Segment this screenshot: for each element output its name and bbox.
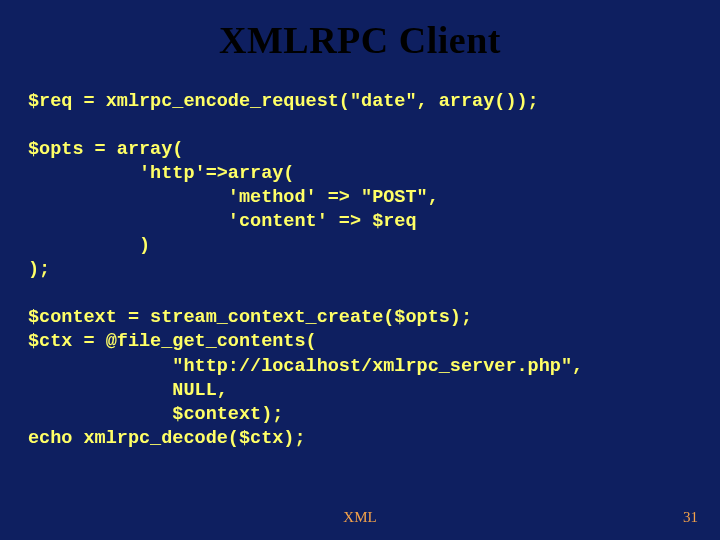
slide-title: XMLRPC Client — [28, 18, 692, 62]
code-block: $req = xmlrpc_encode_request("date", arr… — [28, 90, 692, 451]
page-number: 31 — [683, 509, 698, 526]
slide: XMLRPC Client $req = xmlrpc_encode_reque… — [0, 0, 720, 540]
footer-label: XML — [0, 509, 720, 526]
